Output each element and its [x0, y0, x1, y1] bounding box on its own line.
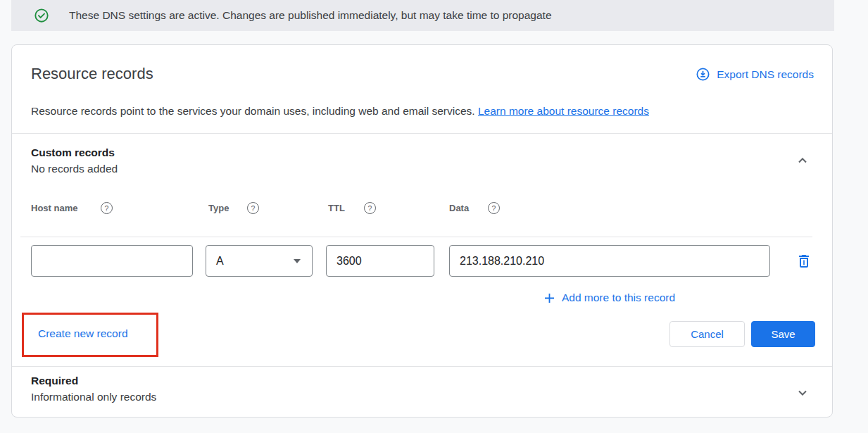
expand-required-section-button[interactable] — [794, 384, 811, 401]
plus-icon — [544, 293, 555, 303]
add-more-to-record-link[interactable]: Add more to this record — [449, 289, 770, 306]
card-description: Resource records point to the services y… — [31, 105, 649, 118]
ttl-input[interactable] — [326, 245, 434, 277]
cancel-button[interactable]: Cancel — [669, 321, 745, 347]
resource-records-card: Resource records Export DNS records Reso… — [11, 44, 833, 418]
divider — [12, 366, 832, 367]
description-text: Resource records point to the services y… — [31, 105, 475, 117]
help-icon-data[interactable]: ? — [488, 202, 500, 214]
learn-more-link[interactable]: Learn more about resource records — [478, 105, 649, 117]
divider — [12, 133, 832, 134]
host-name-input[interactable] — [31, 245, 193, 277]
export-dns-records-link[interactable]: Export DNS records — [696, 67, 814, 82]
column-header-type: Type — [208, 203, 229, 213]
divider — [20, 237, 812, 237]
column-header-data: Data — [449, 203, 469, 213]
chevron-up-icon — [797, 155, 808, 166]
custom-records-subtitle: No records added — [31, 163, 118, 175]
type-select-value: A — [216, 255, 224, 268]
page-title: Resource records — [31, 65, 153, 83]
help-icon-type[interactable]: ? — [247, 202, 259, 214]
custom-records-title: Custom records — [31, 146, 115, 159]
required-section-subtitle: Informational only records — [31, 391, 156, 403]
save-button[interactable]: Save — [751, 321, 815, 347]
create-new-record-link[interactable]: Create new record — [38, 327, 128, 340]
collapse-custom-records-button[interactable] — [794, 152, 811, 169]
type-select[interactable]: A — [206, 245, 313, 277]
column-header-ttl: TTL — [328, 203, 345, 213]
dns-status-banner: These DNS settings are active. Changes a… — [11, 0, 834, 31]
add-more-label: Add more to this record — [562, 291, 675, 304]
data-input[interactable] — [449, 245, 770, 277]
required-section-title: Required — [31, 375, 78, 387]
trash-icon — [795, 253, 812, 270]
dropdown-arrow-icon — [294, 259, 301, 263]
help-icon-host-name[interactable]: ? — [101, 202, 113, 214]
check-circle-icon — [34, 8, 49, 23]
banner-text: These DNS settings are active. Changes a… — [69, 9, 552, 22]
chevron-down-icon — [797, 387, 808, 399]
help-icon-ttl[interactable]: ? — [364, 202, 376, 214]
column-header-host-name: Host name — [31, 203, 77, 213]
download-icon — [696, 67, 710, 82]
export-dns-records-label: Export DNS records — [717, 68, 814, 81]
delete-record-button[interactable] — [795, 252, 813, 270]
